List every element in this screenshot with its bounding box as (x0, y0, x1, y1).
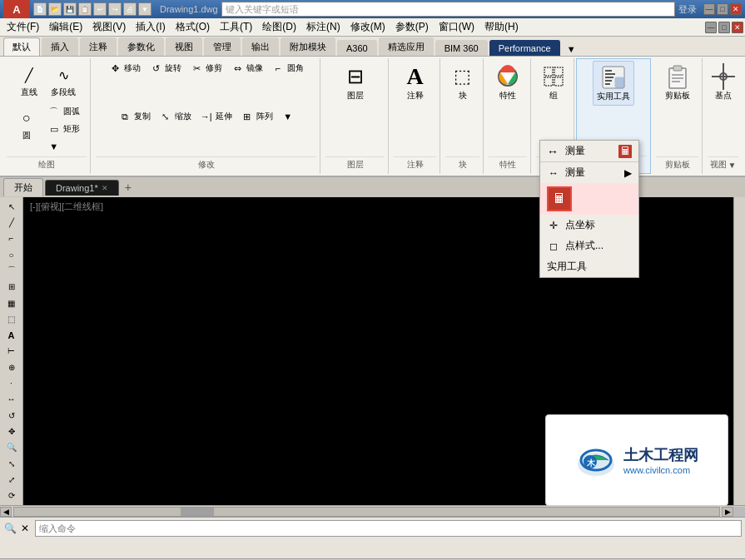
command-input-field[interactable] (35, 520, 742, 537)
tab-bim360[interactable]: BIM 360 (435, 40, 488, 56)
menu-format[interactable]: 格式(O) (171, 18, 215, 36)
drawing1-tab-close[interactable]: ✕ (102, 184, 108, 192)
tool-measure[interactable]: ↔ (2, 392, 22, 407)
right-scrollbar[interactable] (733, 197, 745, 505)
more-draw-btn[interactable]: ▼ (44, 138, 83, 155)
menu-file[interactable]: 文件(F) (2, 18, 44, 36)
tool-circle[interactable]: ○ (2, 247, 22, 262)
block-btn[interactable]: ⬚ 块 (445, 60, 480, 105)
dropdown-item-measure[interactable]: ↔ 测量 ▶ (540, 162, 638, 183)
tool-orbit[interactable]: ↺ (2, 408, 22, 423)
dropdown-item-calc[interactable]: 🖩 (540, 183, 638, 215)
doc-tab-drawing1[interactable]: Drawing1* ✕ (45, 180, 119, 196)
menu-modify[interactable]: 修改(M) (345, 18, 390, 36)
fillet-btn[interactable]: ⌐ 圆角 (268, 60, 307, 77)
layers-btn[interactable]: ⊟ 图层 (338, 60, 373, 105)
group-btn[interactable]: 组 (536, 60, 571, 105)
tab-view[interactable]: 视图 (166, 37, 202, 56)
command-search-icon[interactable]: 🔍 (3, 522, 17, 535)
add-doc-tab-btn[interactable]: + (121, 180, 136, 195)
command-expand-icon[interactable]: ✕ (18, 522, 32, 535)
ribbon-min-btn[interactable]: — (705, 22, 717, 33)
array-btn[interactable]: ⊞ 阵列 (237, 108, 276, 125)
properties-btn[interactable]: 特性 (490, 60, 525, 105)
modify-group-label[interactable]: 修改 (96, 156, 316, 172)
scale-btn[interactable]: ⤡ 缩放 (156, 108, 195, 125)
clipboard-group-label[interactable]: 剪贴板 (656, 156, 698, 172)
tab-output[interactable]: 输出 (242, 37, 279, 56)
trim-btn[interactable]: ✂ 修剪 (186, 60, 226, 77)
ribbon-extra-btn[interactable]: ▼ (564, 42, 579, 56)
annotation-group-label[interactable]: 注释 (394, 156, 436, 172)
move-btn[interactable]: ✥ 移动 (105, 60, 144, 77)
utilities-btn[interactable]: 实用工具 (593, 61, 634, 106)
menu-draw[interactable]: 绘图(D) (257, 18, 301, 36)
menu-insert[interactable]: 插入(I) (131, 18, 170, 36)
tab-default[interactable]: 默认 (3, 37, 40, 56)
autocad-logo-btn[interactable]: A (3, 0, 30, 18)
tool-3d-rotate[interactable]: ⟳ (2, 488, 22, 503)
arc-btn[interactable]: ⌒ 圆弧 (44, 103, 83, 120)
maximize-btn[interactable]: □ (717, 3, 728, 15)
text-btn[interactable]: A 注释 (398, 60, 433, 105)
rotate-btn[interactable]: ↺ 旋转 (146, 60, 185, 77)
search-bar[interactable]: 键入关键字或短语 (221, 2, 675, 17)
open-file-icon[interactable]: 📂 (48, 2, 62, 16)
tool-point[interactable]: · (2, 375, 22, 390)
menu-edit[interactable]: 编辑(E) (44, 18, 87, 36)
plot-icon[interactable]: 🖨 (123, 2, 137, 16)
doc-close-btn[interactable]: ✕ (732, 22, 743, 33)
block-group-label[interactable]: 块 (445, 156, 479, 172)
menu-dimension[interactable]: 标注(N) (301, 18, 345, 36)
polyline-btn[interactable]: ∿ 多段线 (47, 60, 80, 102)
extend-btn[interactable]: →| 延伸 (196, 108, 236, 125)
redo-icon[interactable]: ↪ (108, 2, 122, 16)
draw-group-label[interactable]: 绘图 (7, 156, 87, 172)
tool-zoom[interactable]: 🔍 (2, 440, 22, 455)
tab-featured[interactable]: 精选应用 (379, 37, 434, 56)
tool-text[interactable]: A (2, 328, 22, 343)
tool-arc[interactable]: ⌒ (2, 263, 22, 278)
tab-parametric[interactable]: 参数化 (118, 37, 164, 56)
tool-line[interactable]: ╱ (2, 215, 22, 230)
menu-params[interactable]: 参数(P) (390, 18, 434, 36)
ribbon-restore-btn[interactable]: □ (718, 22, 730, 33)
mirror-btn[interactable]: ⇔ 镜像 (227, 60, 266, 77)
dropdown-item-point-style[interactable]: ◻ 点样式... (540, 235, 638, 256)
tool-region[interactable]: ⬚ (2, 311, 22, 326)
basepoint-btn[interactable]: 基点 (706, 60, 741, 105)
minimize-btn[interactable]: — (703, 3, 715, 15)
tool-select[interactable]: ↖ (2, 199, 22, 214)
tool-gradient[interactable]: ▦ (2, 295, 22, 310)
menu-tools[interactable]: 工具(T) (215, 18, 257, 36)
menu-view[interactable]: 视图(V) (87, 18, 131, 36)
more-tools-icon[interactable]: ▼ (138, 2, 151, 16)
rect-btn[interactable]: ▭ 矩形 (44, 121, 83, 137)
tab-performance[interactable]: Performance (489, 40, 560, 56)
tab-annotation[interactable]: 注释 (80, 37, 117, 56)
circle-btn[interactable]: ○ 圆 (11, 103, 42, 145)
basepoint-group-label[interactable]: 视图 ▼ (708, 156, 738, 172)
tool-zoom-prev[interactable]: ⤢ (2, 472, 22, 487)
close-window-btn[interactable]: ✕ (730, 3, 742, 15)
dropdown-item-utilities[interactable]: 实用工具 (540, 256, 638, 277)
clipboard-btn[interactable]: 剪贴板 (660, 60, 695, 105)
tab-manage[interactable]: 管理 (204, 37, 241, 56)
layers-group-label[interactable]: 图层 (325, 156, 385, 172)
line-btn[interactable]: ╱ 直线 (13, 60, 45, 102)
more-modify-btn[interactable]: ▼ (278, 108, 298, 125)
doc-tab-start[interactable]: 开始 (3, 178, 43, 196)
tool-zoom-window[interactable]: ⤡ (2, 456, 22, 471)
scroll-left-btn[interactable]: ◀ (0, 507, 12, 517)
tab-a360[interactable]: A360 (337, 40, 377, 56)
dropdown-item-point-coords[interactable]: ✛ 点坐标 (540, 215, 638, 235)
tab-insert[interactable]: 插入 (42, 37, 78, 56)
menu-window[interactable]: 窗口(W) (434, 18, 479, 36)
tool-polyline[interactable]: ⌐ (2, 231, 22, 246)
copy-btn[interactable]: ⧉ 复制 (115, 108, 154, 125)
tool-hatch[interactable]: ⊞ (2, 280, 22, 295)
login-label[interactable]: 登录 (678, 3, 697, 16)
tool-dim[interactable]: ⊢ (2, 344, 22, 359)
tab-addins[interactable]: 附加模块 (281, 37, 335, 56)
properties-group-label[interactable]: 特性 (489, 156, 527, 172)
